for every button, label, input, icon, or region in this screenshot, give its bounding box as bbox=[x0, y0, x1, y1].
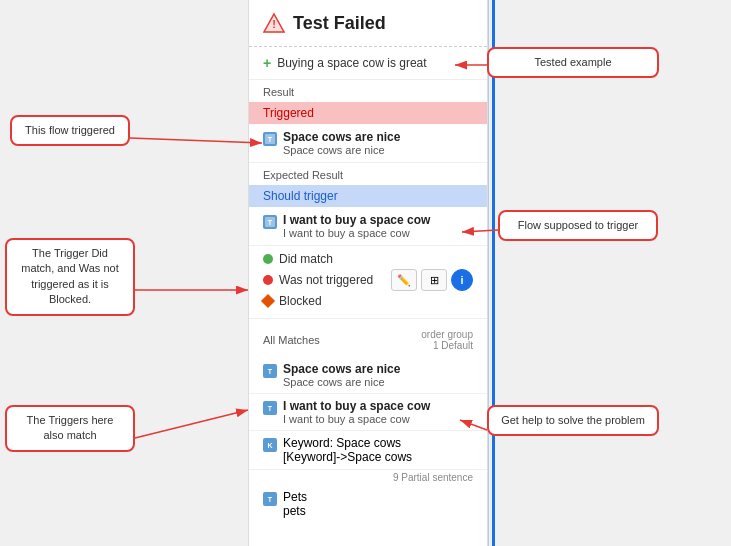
trigger-icon-4: T bbox=[263, 401, 277, 415]
trigger-icon-1: T bbox=[263, 132, 277, 146]
expected-label: Expected Result bbox=[249, 163, 487, 185]
svg-text:T: T bbox=[268, 136, 273, 143]
status-did-match: Did match bbox=[263, 252, 473, 266]
callout-trigger-did: The Trigger Did match, and Was not trigg… bbox=[5, 238, 135, 316]
all-match-2-sub: I want to buy a space cow bbox=[283, 413, 430, 425]
all-match-2-texts: I want to buy a space cow I want to buy … bbox=[283, 399, 430, 425]
svg-text:T: T bbox=[268, 368, 273, 375]
keyword-item: K Keyword: Space cows [Keyword]->Space c… bbox=[249, 431, 487, 470]
green-dot bbox=[263, 254, 273, 264]
info-button[interactable]: i bbox=[451, 269, 473, 291]
expected-item-bold: I want to buy a space cow bbox=[283, 213, 430, 227]
example-text: Buying a space cow is great bbox=[277, 56, 426, 70]
edit-button[interactable]: ✏️ bbox=[391, 269, 417, 291]
svg-text:T: T bbox=[268, 405, 273, 412]
all-match-item-2: T I want to buy a space cow I want to bu… bbox=[249, 394, 487, 431]
svg-text:!: ! bbox=[272, 18, 276, 30]
result-label: Result bbox=[249, 80, 487, 102]
result-item-bold: Space cows are nice bbox=[283, 130, 400, 144]
all-match-1-sub: Space cows are nice bbox=[283, 376, 400, 388]
all-match-1-texts: Space cows are nice Space cows are nice bbox=[283, 362, 400, 388]
pets-item: T Pets pets bbox=[249, 485, 487, 523]
callout-this-flow: This flow triggered bbox=[10, 115, 130, 146]
triggered-bar: Triggered bbox=[249, 102, 487, 124]
blocked-label: Blocked bbox=[279, 294, 322, 308]
divider bbox=[249, 318, 487, 319]
status-list: Did match Was not triggered ✏️ ⊞ i Block… bbox=[249, 246, 487, 314]
action-buttons: ✏️ ⊞ i bbox=[391, 269, 473, 291]
keyword-bold: Keyword: Space cows bbox=[283, 436, 412, 450]
keyword-texts: Keyword: Space cows [Keyword]->Space cow… bbox=[283, 436, 412, 464]
trigger-icon-6: T bbox=[263, 492, 277, 506]
partial-sentence-row: 9 Partial sentence bbox=[249, 470, 487, 485]
expected-item: T I want to buy a space cow I want to bu… bbox=[249, 207, 487, 246]
pets-bold: Pets bbox=[283, 490, 307, 504]
default-line: 1 Default bbox=[421, 340, 473, 351]
not-triggered-label: Was not triggered bbox=[279, 273, 373, 287]
test-failed-header: ! Test Failed bbox=[249, 0, 487, 47]
callout-triggers-here: The Triggers here also match bbox=[5, 405, 135, 452]
grid-button[interactable]: ⊞ bbox=[421, 269, 447, 291]
diamond-icon bbox=[261, 294, 275, 308]
svg-text:T: T bbox=[268, 219, 273, 226]
main-panel: ! Test Failed + Buying a space cow is gr… bbox=[248, 0, 488, 546]
red-dot bbox=[263, 275, 273, 285]
result-item-sub: Space cows are nice bbox=[283, 144, 400, 156]
warning-icon: ! bbox=[263, 12, 285, 34]
status-not-triggered: Was not triggered ✏️ ⊞ i bbox=[263, 269, 473, 291]
result-item-text: Space cows are nice Space cows are nice bbox=[283, 130, 400, 156]
vertical-line bbox=[492, 0, 495, 546]
trigger-icon-2: T bbox=[263, 215, 277, 229]
pets-sub: pets bbox=[283, 504, 307, 518]
keyword-sub: [Keyword]->Space cows bbox=[283, 450, 412, 464]
all-match-2-bold: I want to buy a space cow bbox=[283, 399, 430, 413]
svg-text:T: T bbox=[268, 496, 273, 503]
status-blocked: Blocked bbox=[263, 294, 473, 308]
order-group-text: order group 1 Default bbox=[421, 329, 473, 351]
should-trigger-bar: Should trigger bbox=[249, 185, 487, 207]
callout-flow-supposed: Flow supposed to trigger bbox=[498, 210, 658, 241]
callout-tested-example: Tested example bbox=[487, 47, 659, 78]
example-row: + Buying a space cow is great bbox=[249, 47, 487, 80]
trigger-icon-5: K bbox=[263, 438, 277, 452]
plus-icon: + bbox=[263, 55, 271, 71]
vertical-line-secondary bbox=[488, 0, 489, 546]
all-matches-header: All Matches order group 1 Default bbox=[249, 323, 487, 357]
order-group-line: order group bbox=[421, 329, 473, 340]
trigger-icon-3: T bbox=[263, 364, 277, 378]
partial-sentence-text: 9 Partial sentence bbox=[393, 472, 473, 483]
svg-text:K: K bbox=[267, 442, 272, 449]
all-match-item-1: T Space cows are nice Space cows are nic… bbox=[249, 357, 487, 394]
all-matches-label: All Matches bbox=[263, 334, 320, 346]
all-match-1-bold: Space cows are nice bbox=[283, 362, 400, 376]
callout-get-help: Get help to solve the problem bbox=[487, 405, 659, 436]
result-item: T Space cows are nice Space cows are nic… bbox=[249, 124, 487, 163]
expected-item-text: I want to buy a space cow I want to buy … bbox=[283, 213, 430, 239]
expected-item-sub: I want to buy a space cow bbox=[283, 227, 430, 239]
did-match-label: Did match bbox=[279, 252, 333, 266]
title: Test Failed bbox=[293, 13, 386, 34]
pets-texts: Pets pets bbox=[283, 490, 307, 518]
